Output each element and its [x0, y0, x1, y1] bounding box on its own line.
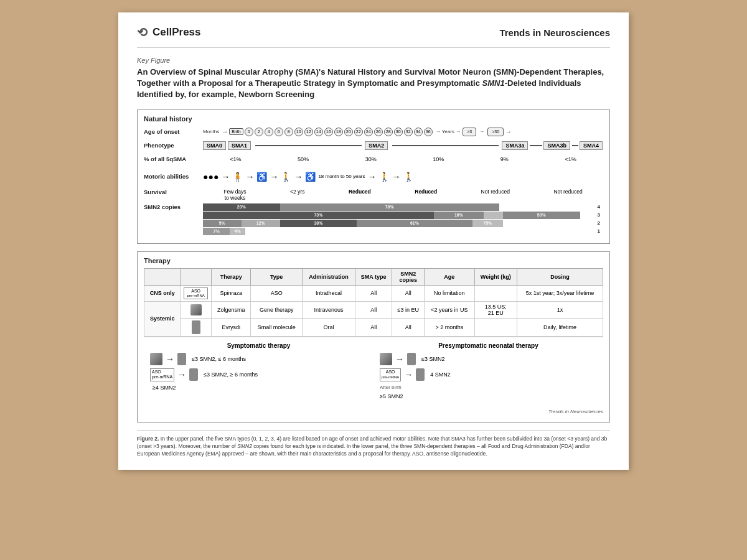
th-age: Age	[425, 268, 474, 285]
figure-title: An Overview of Spinal Muscular Atrophy (…	[137, 67, 610, 101]
tl-12: 12	[304, 128, 313, 136]
phenotype-label: Phenotype	[144, 142, 203, 149]
months-arrow: →	[222, 128, 228, 135]
zolgensma-icon	[181, 301, 212, 318]
zolgensma-admin: Intravenous	[302, 301, 355, 318]
zolgensma-smatype: All	[355, 301, 392, 318]
symp-row-1: → ≤3 SMN2, ≤ 6 months	[150, 353, 367, 365]
seg-2-1: 5%	[203, 220, 242, 227]
evrysdi-type: Small molecule	[251, 318, 302, 336]
spinraza-type: ASO	[251, 285, 302, 301]
seg-3-1: 73%	[203, 212, 434, 219]
evrysdi-name: Evrysdi	[211, 318, 251, 336]
sma3a-box: SMA3a	[502, 141, 528, 150]
key-figure-label: Key Figure	[137, 57, 610, 64]
spinraza-age: No limitation	[425, 285, 474, 301]
tl-0: 0	[245, 128, 253, 136]
nh-panel-title: Natural history	[144, 115, 603, 123]
arrow2: →	[245, 172, 254, 182]
presymptomatic-section: Presymptomatic neonatal therapy → ≤3 SMN…	[380, 342, 597, 403]
copy-1-label: 1	[598, 228, 600, 234]
zolgensma-type: Gene therapy	[251, 301, 302, 318]
seg-3-3	[484, 212, 503, 219]
page: ⟲ CellPress Trends in Neurosciences Key …	[118, 12, 629, 470]
seg-4-2: 78%	[280, 203, 499, 211]
th-dosing: Dosing	[517, 268, 603, 285]
seg-3-4: 50%	[503, 212, 580, 219]
arrow3: →	[270, 172, 278, 182]
smn2-bar-3: 73% 16% 50% 3	[203, 212, 588, 219]
arrow1: →	[221, 172, 230, 182]
years-label: → Years →	[436, 129, 461, 134]
tl-18: 18	[334, 128, 343, 136]
th-icon	[181, 268, 212, 285]
tl-end-arrow: →	[505, 128, 512, 135]
presymptomatic-title: Presymptomatic neonatal therapy	[380, 342, 597, 349]
caption-text: In the upper panel, the five SMA types (…	[137, 436, 607, 457]
presymp-text-3: ≥5 SMN2	[380, 393, 403, 399]
age-timeline: Months → Birth 0 2 4 6 8 10 12 14 16 18 …	[203, 128, 603, 136]
spinraza-icon: ASOpre-mRNA	[181, 285, 212, 301]
sma1-box: SMA1	[228, 141, 251, 150]
presymp-text-1: ≤3 SMN2	[421, 356, 444, 362]
evrysdi-age: > 2 months	[425, 318, 474, 336]
pct-sma3a: 10%	[433, 156, 444, 162]
tl-2: 2	[255, 128, 263, 136]
tl-34: 34	[414, 128, 423, 136]
survival-sma2: Reduced	[349, 189, 371, 195]
months-label: Months	[203, 129, 219, 134]
smn2-row: SMN2 copies 20% 78% 4 73% 16% 50% 3	[144, 203, 603, 236]
motoric-sma3a-wc: ♿	[305, 172, 316, 182]
th-smn2: SMN2copies	[392, 268, 425, 285]
presymp-row-2: ASOpre-mRNA → 4 SMN2	[380, 368, 597, 381]
evrysdi-weight	[474, 318, 517, 336]
symp-syringe-1	[177, 353, 186, 365]
tl-6: 6	[275, 128, 283, 136]
presymp-row-3: ≥5 SMN2	[380, 393, 597, 399]
tl-10: 10	[294, 128, 303, 136]
presymp-syringe-1	[407, 353, 416, 365]
years-spacer: →	[479, 129, 484, 134]
smn2-bar-4: 20% 78% 4	[203, 203, 588, 211]
seg-1-1: 7%	[203, 228, 230, 235]
evrysdi-admin: Oral	[302, 318, 355, 336]
zolgensma-dosing: 1x	[517, 301, 603, 318]
motoric-sma3a-walk: 🚶	[281, 172, 291, 182]
therapy-panel-title: Therapy	[144, 257, 603, 264]
zolgensma-weight: 13.5 US;21 EU	[474, 301, 517, 318]
motoric-sma1: 🧍	[232, 172, 243, 182]
symptomatic-title: Symptomatic therapy	[150, 342, 367, 349]
presymp-syringe-2	[416, 368, 425, 381]
seg-3-2: 16%	[434, 212, 484, 219]
symp-text-3: ≥4 SMN2	[153, 385, 176, 391]
cns-label: CNS only	[144, 285, 181, 301]
presymp-text-2: 4 SMN2	[430, 371, 451, 378]
spinraza-admin: Intrathecal	[302, 285, 355, 301]
zolgensma-age: <2 years in US	[425, 301, 474, 318]
seg-2-5: 75%	[472, 220, 503, 227]
symp-aso-box: ASOpre-mRNA	[150, 368, 174, 381]
survival-label: Survival	[144, 189, 203, 195]
seg-4-1: 20%	[203, 203, 280, 211]
copy-4-label: 4	[598, 204, 600, 210]
presymp-aso-box: ASOpre-mRNA	[380, 368, 401, 381]
spinraza-dosing: 5x 1st year; 3x/year lifetime	[517, 285, 603, 301]
symp-row-3: ≥4 SMN2	[150, 385, 367, 391]
natural-history-panel: Natural history Age of onset Months → Bi…	[137, 110, 610, 244]
symp-row-2: ASOpre-mRNA → ≤3 SMN2, ≥ 6 months	[150, 368, 367, 381]
symp-cube-1	[150, 353, 162, 365]
figure-caption: Figure 2. In the upper panel, the five S…	[137, 430, 610, 458]
seg-2-2: 12%	[242, 220, 280, 227]
motoric-label: Motoric abilities	[144, 173, 203, 180]
survival-row: Survival Few daysto weeks <2 yrs Reduced…	[144, 189, 603, 201]
smn2-bar-2: 5% 12% 38% 61% 75% 2	[203, 220, 588, 227]
tl-28: 28	[384, 128, 393, 136]
therapy-panel: Therapy Therapy Type Administration SMA …	[137, 251, 610, 422]
survival-sma3a: Reduced	[415, 189, 437, 195]
systemic-label: Systemic	[144, 301, 181, 336]
phenotype-row: Phenotype SMA0 SMA1 SMA2 SMA3a SMA3b SMA…	[144, 140, 603, 151]
tl-20: 20	[344, 128, 353, 136]
motoric-sma2: ♿	[256, 172, 267, 182]
zolgensma-smn2: ≤3 in EU	[392, 301, 425, 318]
pct-sma2: 30%	[365, 156, 377, 162]
